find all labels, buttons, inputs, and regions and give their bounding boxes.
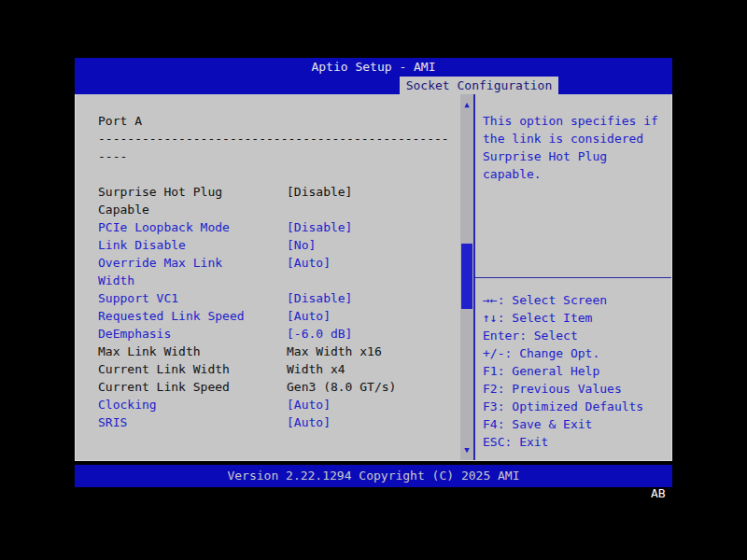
setting-row[interactable]: Surprise Hot Plug Capable[Disable] <box>98 183 455 218</box>
hotkey-hint: F4: Save & Exit <box>483 415 662 433</box>
setting-label: Current Link Width <box>98 360 257 378</box>
setting-value: Gen3 (8.0 GT/s) <box>287 378 396 396</box>
setting-value: Width x4 <box>287 360 345 378</box>
setting-value: [Disable] <box>287 183 352 201</box>
setting-value: [No] <box>287 236 316 254</box>
version-bar: Version 2.22.1294 Copyright (C) 2025 AMI <box>75 465 672 487</box>
hotkey-hint: F1: General Help <box>483 362 662 380</box>
setting-row[interactable]: Clocking[Auto] <box>98 396 455 413</box>
section-divider: ----------------------------------------… <box>98 130 455 165</box>
setting-row: Current Link SpeedGen3 (8.0 GT/s) <box>98 378 455 396</box>
setting-value: [Auto] <box>287 396 331 413</box>
help-text: This option specifies if the link is con… <box>483 112 662 277</box>
setting-value: [Auto] <box>287 254 331 272</box>
bios-screen: Aptio Setup - AMI Socket Configuration P… <box>0 0 747 560</box>
hotkey-hint: →←: Select Screen <box>483 291 662 309</box>
setting-value: [Disable] <box>287 289 352 307</box>
setting-row: Current Link WidthWidth x4 <box>98 360 455 378</box>
setting-value: Max Width x16 <box>287 343 382 360</box>
setting-label: PCIe Loopback Mode <box>98 218 257 236</box>
hotkey-hint: Enter: Select <box>483 327 662 344</box>
scroll-down-icon[interactable]: ▼ <box>460 442 473 457</box>
corner-label: AB <box>651 486 666 501</box>
hotkey-hint: ESC: Exit <box>483 433 662 451</box>
setting-label: Link Disable <box>98 236 257 254</box>
settings-pane: Port A ---------------------------------… <box>76 94 460 460</box>
main-panel: Port A ---------------------------------… <box>75 94 672 461</box>
setting-row[interactable]: DeEmphasis[-6.0 dB] <box>98 325 455 343</box>
hotkey-hint: F2: Previous Values <box>483 380 662 398</box>
setting-label: Surprise Hot Plug Capable <box>98 183 257 218</box>
setting-row[interactable]: PCIe Loopback Mode[Disable] <box>98 218 455 236</box>
hotkey-hint: +/-: Change Opt. <box>483 344 662 362</box>
tab-socket-configuration[interactable]: Socket Configuration <box>400 77 558 94</box>
setting-row: Max Link WidthMax Width x16 <box>98 343 455 360</box>
hotkey-hint: F3: Optimized Defaults <box>483 398 662 415</box>
setting-value: [-6.0 dB] <box>287 325 352 343</box>
setting-label: Override Max Link Width <box>98 254 257 289</box>
hotkey-hint: ↑↓: Select Item <box>483 309 662 327</box>
hotkey-list: →←: Select Screen↑↓: Select ItemEnter: S… <box>483 278 662 451</box>
scroll-up-icon[interactable]: ▲ <box>460 97 473 112</box>
setting-value: [Auto] <box>287 307 331 325</box>
section-title: Port A <box>98 112 455 130</box>
scrollbar-thumb[interactable] <box>461 244 472 309</box>
setting-row[interactable]: Override Max Link Width[Auto] <box>98 254 455 289</box>
setting-label: Current Link Speed <box>98 378 257 396</box>
scrollbar[interactable]: ▲ ▼ <box>460 94 473 460</box>
setting-label: Max Link Width <box>98 343 257 360</box>
setting-row[interactable]: Link Disable[No] <box>98 236 455 254</box>
setting-row[interactable]: Support VC1[Disable] <box>98 289 455 307</box>
setting-label: DeEmphasis <box>98 325 257 343</box>
setting-label: Clocking <box>98 396 257 413</box>
tab-bar: Socket Configuration <box>75 77 672 94</box>
setup-window: Aptio Setup - AMI Socket Configuration P… <box>75 58 672 461</box>
settings-list: Surprise Hot Plug Capable[Disable]PCIe L… <box>98 183 455 431</box>
setting-label: Support VC1 <box>98 289 257 307</box>
setting-label: SRIS <box>98 413 257 431</box>
setting-value: [Auto] <box>287 413 331 431</box>
setting-label: Requested Link Speed <box>98 307 257 325</box>
setting-value: [Disable] <box>287 218 352 236</box>
help-pane: This option specifies if the link is con… <box>473 94 671 460</box>
spacer <box>98 165 455 183</box>
setting-row[interactable]: Requested Link Speed[Auto] <box>98 307 455 325</box>
setting-row[interactable]: SRIS[Auto] <box>98 413 455 431</box>
app-title: Aptio Setup - AMI <box>75 58 672 77</box>
